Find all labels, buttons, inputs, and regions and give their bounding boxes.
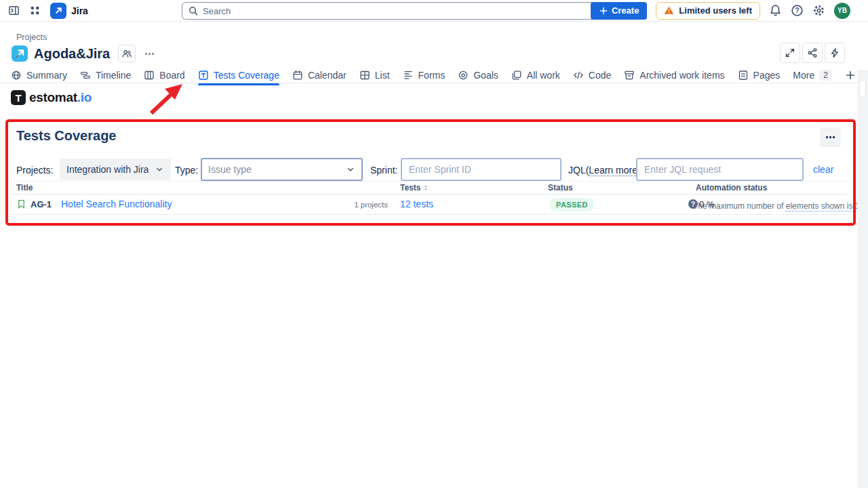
board-icon (144, 70, 155, 81)
scrollbar-thumb[interactable] (859, 80, 866, 98)
scrollbar-track (857, 70, 868, 488)
issue-key: AG-1 (31, 199, 52, 209)
help-icon[interactable] (791, 4, 804, 17)
project-avatar-icon (12, 45, 28, 62)
global-search (182, 2, 617, 20)
timeline-icon (80, 70, 91, 81)
question-circle-icon[interactable]: ? (688, 199, 698, 209)
table-header-border (11, 194, 848, 195)
project-tabs: Summary Timeline Board Tests Coverage Ca… (11, 67, 856, 83)
chevron-down-icon (155, 165, 164, 174)
sprint-id-input[interactable] (401, 158, 561, 181)
chevron-down-icon (346, 165, 355, 174)
tab-more[interactable]: More2 (793, 67, 832, 83)
create-button[interactable]: Create (591, 2, 647, 20)
jira-home-link[interactable]: Jira (50, 3, 88, 19)
forms-icon (403, 70, 414, 81)
breadcrumb-projects[interactable]: Projects (16, 33, 47, 42)
page-title: Tests Coverage (16, 128, 116, 144)
jira-logo-icon (50, 3, 66, 19)
archive-icon (624, 70, 635, 81)
projects-filter-dropdown[interactable]: Integration with Jira (60, 159, 171, 180)
more-count-badge: 2 (819, 70, 832, 81)
warning-icon (664, 5, 674, 16)
jql-filter-label: JQL(Learn more): (568, 165, 644, 176)
tab-list[interactable]: List (359, 67, 390, 83)
jql-learn-more-link[interactable]: Learn more (589, 165, 637, 176)
limited-users-button[interactable]: Limited users left (656, 2, 760, 20)
tab-goals[interactable]: Goals (458, 67, 498, 83)
automation-lightning-button[interactable] (825, 43, 845, 63)
tab-archived-work-items[interactable]: Archived work items (624, 67, 724, 83)
column-header-status: Status (548, 183, 573, 192)
type-filter-label: Type: (175, 165, 198, 176)
column-header-title: Title (16, 183, 33, 192)
user-avatar[interactable]: YB (834, 3, 850, 19)
settings-gear-icon[interactable] (812, 4, 825, 17)
goals-target-icon (458, 70, 469, 81)
column-header-automation-status: Automation status (696, 183, 767, 192)
project-title: Agoda&Jira (34, 46, 110, 62)
testomat-logo-icon: T (11, 90, 26, 105)
tab-code[interactable]: Code (573, 67, 611, 83)
column-header-tests[interactable]: Tests (400, 183, 429, 192)
projects-count: 1 projects (338, 201, 388, 209)
testomat-logo: T estomat.io (11, 90, 92, 105)
globe-icon (11, 70, 22, 81)
automation-percwhile-value: 0 % (699, 199, 714, 209)
sprint-filter-label: Sprint: (370, 165, 397, 176)
tab-calendar[interactable]: Calendar (292, 67, 347, 83)
tab-board[interactable]: Board (144, 67, 184, 83)
tests-count-link[interactable]: 12 tests (400, 199, 433, 209)
annotation-arrow (141, 79, 191, 119)
all-work-icon (511, 70, 522, 81)
share-button[interactable] (802, 43, 823, 63)
widget-more-button[interactable] (820, 127, 841, 147)
issue-title-link[interactable]: Hotel Search Functionality (61, 199, 172, 209)
sort-icon (422, 184, 429, 191)
project-more-icon[interactable] (144, 48, 155, 60)
max-elements-note: The maximum number of elements shown is … (693, 201, 868, 211)
project-members-button[interactable] (118, 45, 136, 62)
notifications-bell-icon[interactable] (769, 4, 782, 17)
top-navigation-bar: Jira Create Limited users left YB (0, 0, 868, 22)
tab-summary[interactable]: Summary (11, 67, 67, 83)
calendar-icon (292, 70, 303, 81)
search-input[interactable] (182, 2, 617, 20)
jira-page: Jira Create Limited users left YB Projec… (0, 0, 868, 488)
code-icon (573, 70, 584, 81)
tab-all-work[interactable]: All work (511, 67, 560, 83)
plus-icon (599, 6, 608, 16)
tab-tests-coverage[interactable]: Tests Coverage (198, 67, 279, 83)
tab-pages[interactable]: Pages (738, 67, 781, 83)
table-top-border (11, 181, 848, 182)
issue-type-select[interactable]: Issue type (201, 158, 363, 181)
add-tab-button[interactable] (845, 67, 856, 83)
app-name: Jira (71, 5, 88, 16)
jql-request-input[interactable] (636, 158, 804, 181)
pages-icon (738, 70, 749, 81)
plus-icon (845, 70, 856, 81)
projects-filter-label: Projects: (16, 165, 53, 176)
table-row-border (11, 214, 848, 215)
tab-forms[interactable]: Forms (403, 67, 446, 83)
sidebar-toggle-icon[interactable] (8, 5, 20, 16)
list-grid-icon (359, 70, 370, 81)
search-icon (188, 5, 199, 16)
app-switcher-icon[interactable] (29, 5, 41, 16)
tests-coverage-icon (198, 70, 209, 81)
tab-timeline[interactable]: Timeline (80, 67, 131, 83)
bookmark-icon (16, 199, 26, 209)
status-badge: PASSED (549, 198, 595, 211)
expand-button[interactable] (780, 43, 800, 63)
clear-filters-link[interactable]: clear (813, 164, 833, 175)
